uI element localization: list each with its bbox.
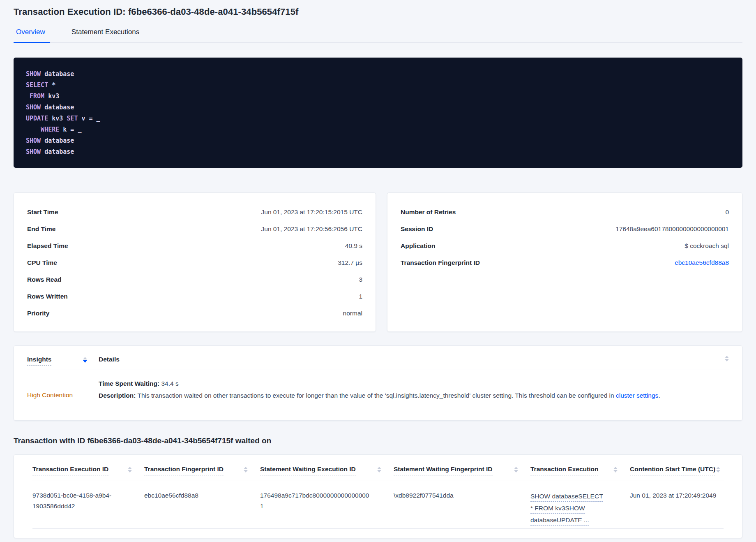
sort-arrows-icon [83,356,87,363]
insights-column-label: Insights [27,356,51,366]
stat-value: 312.7 µs [338,259,362,266]
sql-text: database [41,148,74,155]
stat-label: Start Time [27,208,58,216]
cell-statement-waiting-execution-id: 176498a9c717bdc80000000000000001 [260,490,394,528]
col-transaction-fingerprint-id[interactable]: Transaction Fingerprint ID [144,466,260,480]
sort-arrows-icon [244,466,248,473]
description-suffix: . [658,392,660,399]
sql-line: SHOW database [26,69,730,80]
sort-down-icon [377,470,381,473]
sql-text: v = _ [78,115,100,122]
transaction-details-page: Transaction Execution ID: f6be6366-da03-… [0,0,756,538]
insights-column-header[interactable]: Insights [27,356,99,366]
sql-keyword: SELECT [26,81,48,89]
stat-value: Jun 01, 2023 at 17:20:15:2015 UTC [261,208,362,216]
stat-label: Priority [27,310,49,317]
column-label: Transaction Fingerprint ID [144,466,224,475]
stat-row-transaction-fingerprint: Transaction Fingerprint ID ebc10ae56cfd8… [401,254,729,271]
insight-type-cell: High Contention [27,379,99,411]
sort-up-icon [83,357,87,359]
waiting-label: Time Spent Waiting: [99,380,159,387]
stat-label: Elapsed Time [27,242,68,250]
sql-text: k = _ [59,126,81,133]
sql-keyword: SHOW [26,137,41,144]
sort-up-icon [377,467,381,469]
description-text: This transaction waited on other transac… [137,392,614,399]
sort-down-icon [244,470,248,473]
sort-arrows-icon [377,466,381,473]
insights-table-card: Insights Details High Contention Time Sp… [14,345,742,421]
stat-row-rows-read: Rows Read 3 [27,271,362,288]
col-statement-waiting-fingerprint-id[interactable]: Statement Waiting Fingerprint ID [394,466,530,480]
cell-statement-waiting-fingerprint-id: \xdb8922f077541dda [394,490,530,528]
transaction-fingerprint-link[interactable]: ebc10ae56cfd88a8 [675,259,729,266]
session-stats-card: Number of Retries 0 Session ID 17648a9ee… [387,192,742,332]
details-column-label: Details [99,356,120,365]
insight-row: High Contention Time Spent Waiting: 34.4… [27,370,729,411]
sort-up-icon [244,467,248,469]
sort-down-icon [514,470,518,473]
sort-up-icon [716,467,720,469]
sql-line: UPDATE kv3 SET v = _ [26,113,730,124]
sort-up-icon [613,467,618,469]
sort-arrows-icon [514,466,518,473]
sql-keyword: SHOW [26,104,41,111]
insight-details-cell: Time Spent Waiting: 34.4 s Description: … [99,379,660,411]
sql-keyword: FROM [26,93,44,100]
stat-value: 0 [725,208,729,216]
col-statement-waiting-execution-id[interactable]: Statement Waiting Execution ID [260,466,394,480]
stat-value: 40.9 s [345,242,362,250]
stat-row-priority: Priority normal [27,305,362,322]
stat-value: 17648a9eea6017800000000000000001 [615,225,729,233]
stat-row-elapsed-time: Elapsed Time 40.9 s [27,237,362,254]
sort-up-icon [128,467,132,469]
sql-statement-box: SHOW database SELECT * FROM kv3 SHOW dat… [14,58,742,168]
details-column-header[interactable]: Details [99,356,120,363]
col-contention-start-time[interactable]: Contention Start Time (UTC) [630,466,724,480]
overview-stats-row: Start Time Jun 01, 2023 at 17:20:15:2015… [14,192,742,332]
insights-table-header: Insights Details [27,346,729,370]
sort-up-icon [725,356,729,358]
sort-arrows-icon[interactable] [725,356,729,361]
waited-on-heading: Transaction with ID f6be6366-da03-48de-a… [14,436,742,445]
cluster-settings-link[interactable]: cluster settings [616,392,658,399]
stat-row-rows-written: Rows Written 1 [27,288,362,305]
stat-row-application: Application $ cockroach sql [401,237,729,254]
table-row: 9738d051-bc0e-4158-a9b4-1903586ddd42 ebc… [32,480,724,529]
stat-row-cpu-time: CPU Time 312.7 µs [27,254,362,271]
stat-value: 3 [359,276,362,283]
tab-overview[interactable]: Overview [16,28,45,42]
stat-label: Number of Retries [401,208,456,216]
col-transaction-execution[interactable]: Transaction Execution [530,466,630,480]
waited-on-table-card: Transaction Execution ID Transaction Fin… [14,454,742,538]
sql-text: kv3 [48,115,67,122]
description-label: Description: [99,392,136,399]
tab-statement-executions[interactable]: Statement Executions [71,28,139,42]
stat-row-session-id: Session ID 17648a9eea6017800000000000000… [401,220,729,237]
cell-transaction-execution-id: 9738d051-bc0e-4158-a9b4-1903586ddd42 [32,490,144,528]
time-spent-waiting: Time Spent Waiting: 34.4 s [99,380,660,387]
sql-keyword: WHERE [26,126,59,133]
waiting-value: 34.4 s [161,380,178,387]
execution-stats-card: Start Time Jun 01, 2023 at 17:20:15:2015… [14,192,376,332]
sort-down-icon [613,470,618,473]
sql-text: database [41,137,74,144]
sort-down-icon [716,470,720,473]
sql-line: FROM kv3 [26,91,730,102]
column-label: Transaction Execution [530,466,598,475]
stat-value: $ cockroach sql [685,242,729,250]
sql-keyword: SET [67,115,78,122]
column-label: Statement Waiting Execution ID [260,466,356,475]
page-title: Transaction Execution ID: f6be6366-da03-… [14,7,742,17]
stat-value: Jun 01, 2023 at 17:20:56:2056 UTC [261,225,362,233]
sort-up-icon [514,467,518,469]
col-transaction-execution-id[interactable]: Transaction Execution ID [32,466,144,480]
sql-text: * [48,81,55,89]
sql-line: SHOW database [26,146,730,158]
sort-arrows-icon [716,466,720,473]
transaction-execution-link[interactable]: SHOW databaseSELECT * FROM kv3SHOW datab… [530,493,603,523]
tab-bar: Overview Statement Executions [14,28,742,43]
stat-value: normal [343,310,362,317]
high-contention-label: High Contention [27,391,73,399]
stat-label: Session ID [401,225,433,233]
